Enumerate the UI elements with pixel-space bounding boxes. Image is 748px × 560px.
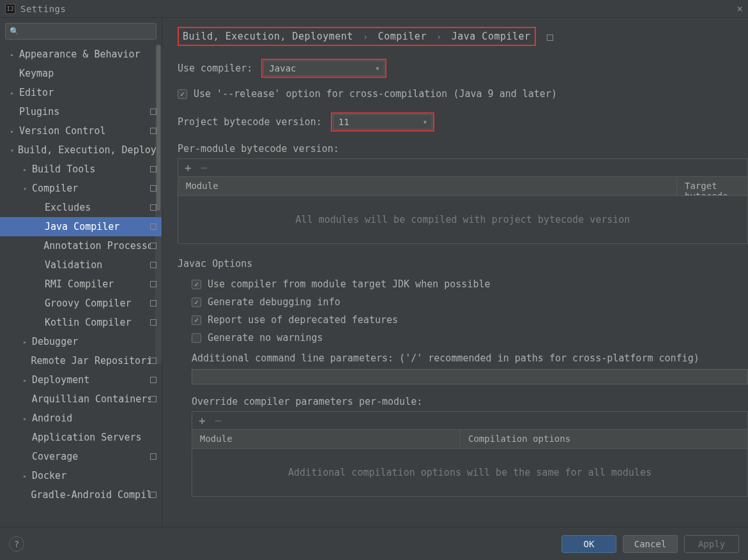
col-opts[interactable]: Compilation options	[461, 430, 747, 448]
chevron-right-icon: ▸	[10, 89, 19, 96]
sidebar-item[interactable]: ▸Appearance & Behavior	[0, 45, 162, 64]
sidebar-item[interactable]: Application Servers	[0, 428, 162, 447]
chevron-right-icon: ›	[363, 33, 368, 42]
app-icon: IJ	[5, 4, 15, 14]
permodule-table: + − Module Target bytecode version All m…	[178, 158, 748, 244]
sidebar-item[interactable]: Groovy Compiler	[0, 294, 162, 313]
module-icon	[150, 300, 156, 306]
use-compiler-dropdown[interactable]: Javac ▼	[263, 61, 385, 76]
sidebar-item[interactable]: ▸Android	[0, 409, 162, 428]
opt-deprecated-label: Report use of deprecated features	[208, 314, 398, 326]
add-button[interactable]: +	[185, 162, 192, 174]
opt-deprecated-checkbox[interactable]	[192, 315, 201, 325]
module-icon	[150, 223, 156, 230]
addl-params-label: Additional command line parameters: ('/'…	[192, 352, 748, 364]
sidebar-item-label: Compiler	[32, 183, 78, 194]
release-label: Use '--release' option for cross-compila…	[194, 88, 557, 100]
breadcrumb-part[interactable]: Compiler	[378, 31, 427, 42]
bytecode-label: Project bytecode version:	[178, 116, 322, 128]
sidebar-item[interactable]: ▸Debugger	[0, 332, 162, 351]
module-icon	[150, 377, 156, 383]
chevron-right-icon: ▸	[23, 377, 32, 384]
sidebar-item[interactable]: Remote Jar Repositories	[0, 351, 162, 370]
module-icon	[150, 243, 156, 249]
breadcrumb-part[interactable]: Build, Execution, Deployment	[183, 31, 353, 42]
sidebar-item[interactable]: RMI Compiler	[0, 275, 162, 294]
module-icon	[150, 358, 156, 364]
sidebar-item[interactable]: Annotation Processors	[0, 236, 162, 255]
sidebar-item-label: Validation	[45, 259, 102, 271]
help-button[interactable]: ?	[9, 536, 24, 552]
close-icon[interactable]: ×	[737, 3, 743, 15]
sidebar-item[interactable]: Java Compiler	[0, 217, 162, 236]
breadcrumb: Build, Execution, Deployment › Compiler …	[178, 27, 536, 46]
sidebar-item[interactable]: ▸Version Control	[0, 121, 162, 140]
opt-debug-checkbox[interactable]	[192, 298, 201, 307]
col-target[interactable]: Target bytecode version	[677, 177, 747, 195]
chevron-right-icon: ›	[436, 33, 441, 42]
sidebar-item[interactable]: Kotlin Compiler	[0, 313, 162, 332]
sidebar-item[interactable]: Excludes	[0, 198, 162, 217]
sidebar-item[interactable]: ▸Deployment	[0, 370, 162, 390]
sidebar-item-label: Docker	[32, 470, 66, 481]
addl-params-input[interactable]	[192, 369, 748, 384]
chevron-right-icon: ▸	[23, 338, 32, 345]
remove-button[interactable]: −	[201, 162, 208, 174]
sidebar-item[interactable]: ▾Compiler	[0, 179, 162, 198]
cancel-button[interactable]: Cancel	[623, 535, 678, 553]
sidebar-item-label: Application Servers	[32, 432, 142, 443]
module-icon	[150, 204, 156, 211]
opt-debug-label: Generate debugging info	[208, 296, 340, 308]
sidebar-item-label: Keymap	[19, 68, 54, 79]
sidebar-item-label: Plugins	[19, 106, 59, 117]
chevron-right-icon: ▸	[10, 51, 19, 58]
sidebar-item[interactable]: Validation	[0, 255, 162, 275]
sidebar-item[interactable]: ▸Editor	[0, 83, 162, 102]
sidebar-item-label: Editor	[19, 87, 54, 98]
bytecode-dropdown[interactable]: 11 ▼	[333, 114, 432, 130]
apply-button[interactable]: Apply	[684, 535, 739, 553]
opt-nowarn-checkbox[interactable]	[192, 333, 201, 343]
col-module[interactable]: Module	[178, 177, 677, 195]
dropdown-value: Javac	[269, 63, 296, 73]
sidebar-item-label: Android	[32, 412, 72, 424]
settings-tree[interactable]: ▸Appearance & BehaviorKeymap▸EditorPlugi…	[0, 45, 162, 527]
sidebar-item[interactable]: Coverage	[0, 447, 162, 466]
sidebar-item[interactable]: Plugins	[0, 102, 162, 121]
release-checkbox[interactable]	[178, 89, 187, 99]
remove-button[interactable]: −	[215, 415, 222, 427]
add-button[interactable]: +	[199, 415, 206, 427]
opt-nowarn-label: Generate no warnings	[208, 332, 323, 344]
sidebar-item-label: Build Tools	[32, 163, 95, 175]
sidebar-item-label: Appearance & Behavior	[19, 49, 141, 60]
use-compiler-label: Use compiler:	[178, 63, 252, 74]
sidebar-item-label: Kotlin Compiler	[45, 317, 131, 328]
window-title: Settings	[20, 4, 66, 14]
chevron-right-icon: ▸	[10, 128, 19, 135]
col-module[interactable]: Module	[192, 430, 461, 448]
module-icon	[150, 319, 156, 326]
chevron-down-icon: ▼	[424, 119, 427, 125]
module-icon	[150, 396, 156, 402]
javac-options-header: Javac Options	[178, 258, 748, 269]
table-empty-text: Additional compilation options will be t…	[192, 449, 747, 496]
sidebar-item-label: RMI Compiler	[45, 278, 114, 290]
sidebar-item-label: Debugger	[32, 336, 78, 347]
module-icon	[150, 109, 156, 115]
sidebar-item[interactable]: ▾Build, Execution, Deployment	[0, 140, 162, 160]
sidebar-item-label: Deployment	[32, 374, 89, 386]
content-pane: Build, Execution, Deployment › Compiler …	[162, 18, 748, 527]
sidebar-item-label: Arquillian Containers	[32, 393, 150, 405]
opt-module-jdk-checkbox[interactable]	[192, 280, 201, 289]
sidebar-item[interactable]: Keymap	[0, 64, 162, 83]
search-input[interactable]: 🔍	[5, 23, 156, 40]
module-icon	[150, 281, 156, 287]
sidebar-item[interactable]: Arquillian Containers	[0, 390, 162, 409]
sidebar-item-label: Excludes	[45, 202, 91, 213]
sidebar-item[interactable]: ▸Docker	[0, 466, 162, 485]
sidebar-item[interactable]: Gradle-Android Compiler	[0, 485, 162, 504]
sidebar-item[interactable]: ▸Build Tools	[0, 160, 162, 179]
module-icon	[150, 492, 156, 498]
ok-button[interactable]: OK	[561, 535, 616, 553]
override-label: Override compiler parameters per-module:	[192, 396, 748, 407]
